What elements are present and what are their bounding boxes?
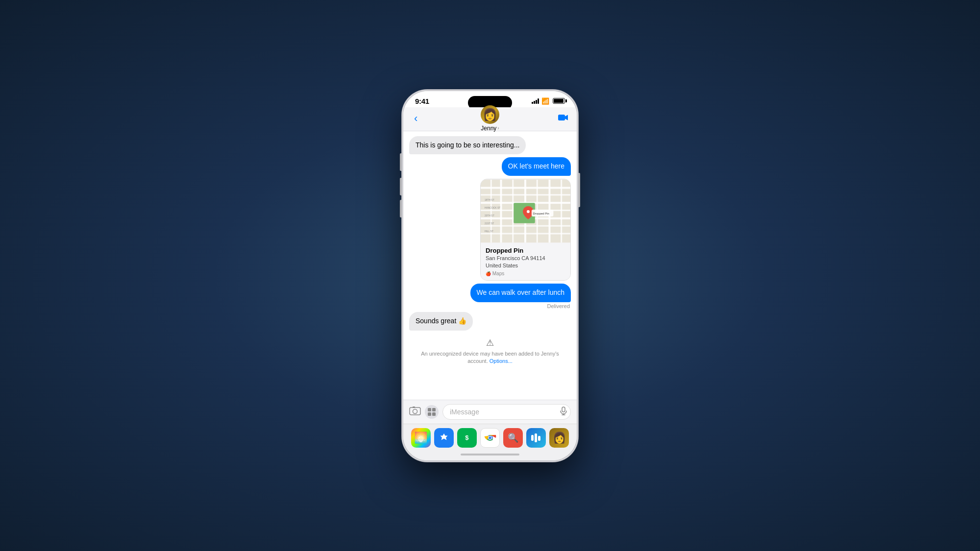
svg-rect-10 [500,179,502,242]
camera-button[interactable] [409,406,421,418]
svg-rect-32 [432,412,436,416]
options-link[interactable]: Options... [490,358,513,364]
avatar-emoji: 👩 [483,109,497,120]
message-bubble-outgoing-1: OK let's meet here [502,157,571,176]
dock-app-chrome[interactable] [480,428,500,448]
svg-rect-30 [432,408,436,411]
svg-rect-28 [413,407,415,408]
security-notice: ⚠ An unrecognized device may have been a… [409,334,571,369]
svg-text:20TH ST: 20TH ST [485,215,494,217]
svg-text:21ST ST: 21ST ST [485,222,494,224]
security-text: An unrecognized device may have been add… [419,350,561,365]
message-bubble-incoming-2: Sounds great 👍 [409,312,473,331]
svg-rect-15 [561,179,562,242]
svg-rect-41 [535,433,537,442]
contact-chevron: › [497,125,499,131]
svg-rect-29 [428,408,431,411]
battery-icon [553,98,565,104]
map-title: Dropped Pin [486,247,565,254]
svg-rect-42 [538,436,540,441]
message-text-2: OK let's meet here [508,162,565,170]
status-time: 9:41 [415,97,429,105]
message-row-1: This is going to be so interesting... [409,136,571,155]
message-bubble-incoming-1: This is going to be so interesting... [409,136,526,155]
svg-text:18TH ST: 18TH ST [485,199,494,201]
map-info: Dropped Pin San Francisco CA 94114United… [481,243,570,281]
message-row-map: 18TH ST HANCOCK ST 20TH ST 21ST ST HILL … [409,179,571,281]
svg-rect-9 [490,179,492,242]
dock-app-cash[interactable]: $ [457,428,477,448]
map-address: San Francisco CA 94114United States [486,255,565,270]
phone-screen: 9:41 📶 ‹ 👩 [403,91,577,460]
svg-rect-40 [531,435,534,441]
message-text-4: We can walk over after lunch [477,288,565,296]
phone-frame: 9:41 📶 ‹ 👩 [402,90,578,462]
avatar: 👩 [481,105,499,124]
svg-rect-31 [428,412,431,416]
mic-button[interactable] [560,407,567,417]
video-call-button[interactable] [558,113,569,124]
message-placeholder: iMessage [450,408,479,416]
home-indicator [403,451,577,460]
status-icons: 📶 [532,97,565,105]
svg-rect-0 [558,115,565,120]
messages-area: This is going to be so interesting... OK… [403,131,577,400]
message-text-1: This is going to be so interesting... [416,141,519,149]
svg-point-39 [489,436,491,439]
contact-info[interactable]: 👩 Jenny › [481,105,499,132]
apps-button[interactable] [425,405,439,419]
message-text-5: Sounds great 👍 [416,317,466,325]
warning-icon: ⚠ [486,337,494,348]
message-input-field[interactable]: iMessage [442,404,571,420]
signal-icon [532,98,539,104]
svg-text:Dropped Pin: Dropped Pin [533,212,549,215]
map-visual: 18TH ST HANCOCK ST 20TH ST 21ST ST HILL … [481,179,570,243]
dock-app-music[interactable] [526,428,546,448]
app-dock: 🌅 $ 🔍 [403,424,577,451]
svg-rect-11 [512,179,514,242]
dock-app-jenny[interactable]: 👩 [549,428,569,448]
message-row-2: OK let's meet here [409,157,571,176]
map-source: Maps [486,271,565,276]
home-bar [461,454,519,455]
message-bubble-outgoing-2: We can walk over after lunch [470,284,571,302]
delivered-label: Delivered [547,303,570,309]
svg-text:HILL ST: HILL ST [485,230,493,232]
message-row-4: We can walk over after lunch Delivered [409,284,571,309]
map-source-text: Maps [492,271,504,276]
dock-app-photos[interactable]: 🌅 [411,428,431,448]
message-row-5: Sounds great 👍 [409,312,571,331]
apple-maps-icon [486,271,491,276]
contact-name: Jenny [481,125,496,132]
dock-app-search[interactable]: 🔍 [503,428,523,448]
map-card[interactable]: 18TH ST HANCOCK ST 20TH ST 21ST ST HILL … [480,179,571,281]
svg-rect-33 [562,407,565,412]
svg-point-23 [527,210,530,213]
dock-app-appstore[interactable] [434,428,454,448]
svg-text:HANCOCK ST: HANCOCK ST [485,207,500,209]
svg-point-27 [413,409,417,413]
input-bar: iMessage [403,400,577,424]
wifi-icon: 📶 [541,97,549,105]
back-button[interactable]: ‹ [411,111,420,126]
input-wrapper: iMessage [442,404,571,420]
contact-name-row: Jenny › [481,125,499,132]
nav-bar: ‹ 👩 Jenny › [403,107,577,131]
